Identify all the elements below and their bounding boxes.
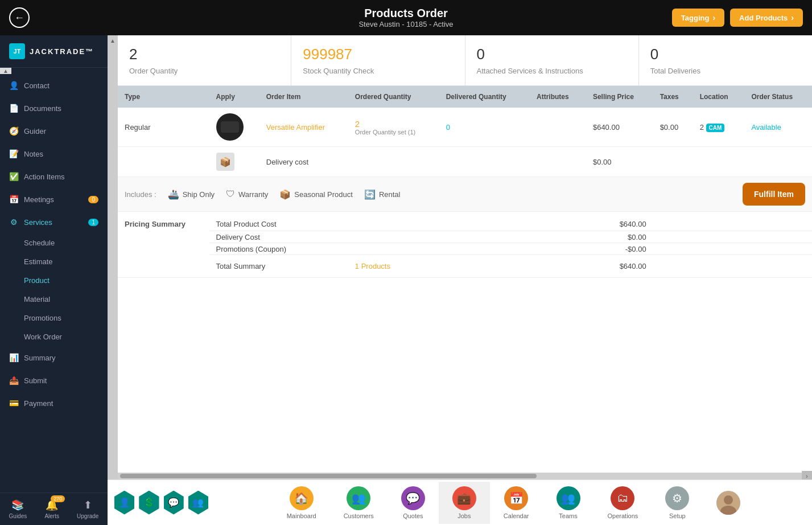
pricing-promotions-row: Promotions (Coupon) -$0.00 bbox=[118, 243, 812, 255]
alerts-badge: 270 bbox=[51, 495, 65, 502]
user-avatar bbox=[716, 491, 740, 515]
nav-user-avatar[interactable] bbox=[703, 486, 754, 519]
pricing-total-cost-label: Total Product Cost bbox=[209, 212, 348, 231]
table-header-row: Type Apply Order Item Ordered Quantity D… bbox=[118, 86, 812, 108]
product-image-inner bbox=[221, 121, 239, 133]
nav-operations[interactable]: 🗂 Operations bbox=[594, 482, 652, 524]
sidebar-item-summary[interactable]: 📊 Summary bbox=[0, 346, 108, 369]
contact-icon: 👤 bbox=[9, 81, 18, 90]
sidebar-item-documents[interactable]: 📄 Documents bbox=[0, 97, 108, 120]
nav-jobs[interactable]: 💼 Jobs bbox=[439, 482, 490, 524]
scroll-right-arrow[interactable]: › bbox=[802, 471, 812, 479]
header-buttons: Tagging › Add Products › bbox=[672, 9, 803, 27]
nav-customers[interactable]: 👥 Customers bbox=[330, 482, 388, 524]
delivery-ordered-qty bbox=[348, 147, 439, 177]
row-status: Available bbox=[744, 108, 812, 147]
sidebar-label-payment: Payment bbox=[24, 399, 53, 408]
sidebar-bottom-guides[interactable]: 📚 Guides bbox=[9, 499, 27, 519]
includes-warranty: 🛡 Warranty bbox=[226, 189, 268, 199]
nav-calendar[interactable]: 📅 Calendar bbox=[490, 482, 543, 524]
sidebar-item-action-items[interactable]: ✅ Action Items bbox=[0, 165, 108, 188]
sidebar-item-meetings[interactable]: 📅 Meetings 0 bbox=[0, 188, 108, 211]
sidebar-scroll-indicator[interactable]: ▲ bbox=[108, 35, 118, 479]
payment-icon: 💳 bbox=[9, 399, 18, 408]
sidebar-item-contact[interactable]: 👤 Contact bbox=[0, 74, 108, 97]
includes-rental: 🔄 Rental bbox=[364, 189, 401, 200]
setup-label: Setup bbox=[669, 512, 686, 519]
row-type: Regular bbox=[118, 108, 209, 147]
sidebar-bottom-alerts[interactable]: 🔔 270 Alerts bbox=[44, 499, 59, 519]
hex-chat-icon[interactable]: 💬 bbox=[164, 491, 184, 515]
sidebar-sub-work-order[interactable]: Work Order bbox=[24, 327, 108, 346]
calendar-label: Calendar bbox=[504, 512, 529, 519]
seasonal-label: Seasonal Product bbox=[294, 190, 353, 199]
avatar-image bbox=[716, 491, 740, 515]
col-delivered-qty: Delivered Quantity bbox=[439, 86, 530, 108]
delivery-attributes bbox=[530, 147, 586, 177]
sidebar-item-payment[interactable]: 💳 Payment bbox=[0, 392, 108, 415]
stat-attached-services: 0 Attached Services & Instructions bbox=[465, 35, 639, 85]
delivered-qty-number: 0 bbox=[446, 123, 450, 132]
bottom-left-icons: 👤 💲 💬 👥 bbox=[108, 479, 215, 525]
submit-icon: 📤 bbox=[9, 376, 18, 385]
hex-person-icon[interactable]: 👤 bbox=[114, 491, 134, 515]
nav-mainboard[interactable]: 🏠 Mainboard bbox=[273, 482, 330, 524]
sidebar-sub-estimate[interactable]: Estimate bbox=[24, 252, 108, 271]
sidebar-sub-promotions[interactable]: Promotions bbox=[24, 309, 108, 327]
add-products-button[interactable]: Add Products › bbox=[730, 9, 803, 27]
sidebar-sub-material[interactable]: Material bbox=[24, 290, 108, 309]
meetings-icon: 📅 bbox=[9, 195, 18, 204]
teams-icon: 👥 bbox=[557, 486, 580, 510]
sidebar-bottom: 📚 Guides 🔔 270 Alerts ⬆ Upgrade bbox=[0, 493, 108, 525]
sidebar-item-submit[interactable]: 📤 Submit bbox=[0, 369, 108, 392]
sidebar-label-services: Services bbox=[24, 218, 52, 227]
documents-icon: 📄 bbox=[9, 104, 18, 113]
pricing-promotions-value: -$0.00 bbox=[348, 243, 653, 255]
tagging-button[interactable]: Tagging › bbox=[672, 9, 724, 27]
sidebar-item-guider[interactable]: 🧭 Guider bbox=[0, 120, 108, 142]
main-content: 2 Order Quantity 999987 Stock Quantity C… bbox=[118, 35, 812, 479]
includes-seasonal: 📦 Seasonal Product bbox=[279, 189, 353, 200]
col-location: Location bbox=[693, 86, 745, 108]
rental-icon: 🔄 bbox=[364, 189, 376, 200]
hex-dollar-icon[interactable]: 💲 bbox=[139, 491, 159, 515]
hex-group-icon[interactable]: 👥 bbox=[188, 491, 208, 515]
delivery-taxes bbox=[653, 147, 693, 177]
nav-teams[interactable]: 👥 Teams bbox=[543, 482, 594, 524]
nav-setup[interactable]: ⚙ Setup bbox=[652, 482, 703, 524]
horizontal-scrollbar[interactable]: › bbox=[118, 473, 812, 479]
sidebar-logo: JT JACKTRADE™ bbox=[0, 35, 108, 68]
sidebar-scroll-up[interactable]: ▲ bbox=[0, 68, 11, 74]
guides-label: Guides bbox=[9, 513, 27, 519]
sidebar-bottom-upgrade[interactable]: ⬆ Upgrade bbox=[77, 499, 98, 519]
scrollbar-thumb[interactable] bbox=[120, 474, 537, 478]
includes-ship-only: 🚢 Ship Only bbox=[168, 189, 215, 200]
delivery-price: $0.00 bbox=[586, 147, 653, 177]
row-item-name[interactable]: Versatile Amplifier bbox=[259, 108, 348, 147]
svg-point-1 bbox=[724, 495, 733, 505]
header-title-block: Products Order Steve Austin - 10185 - Ac… bbox=[358, 7, 453, 28]
includes-row: Includes : 🚢 Ship Only 🛡 Warranty bbox=[118, 177, 812, 212]
delivery-item: Delivery cost bbox=[259, 147, 348, 177]
fulfill-item-button[interactable]: Fulfill Item bbox=[743, 183, 805, 206]
sidebar-label-summary: Summary bbox=[24, 354, 56, 362]
sidebar-sub-product[interactable]: Product bbox=[24, 271, 108, 290]
row-ordered-qty: 2 Order Quantity set (1) bbox=[348, 108, 439, 147]
stat-stock-qty: 999987 Stock Quantity Check bbox=[291, 35, 465, 85]
action-items-icon: ✅ bbox=[9, 172, 18, 181]
page-subtitle: Steve Austin - 10185 - Active bbox=[358, 20, 453, 28]
sidebar-sub-schedule[interactable]: Schedule bbox=[24, 233, 108, 252]
pricing-promotions-label: Promotions (Coupon) bbox=[209, 243, 348, 255]
warranty-icon: 🛡 bbox=[226, 189, 235, 199]
guides-icon: 📚 bbox=[11, 499, 24, 511]
col-selling-price: Selling Price bbox=[586, 86, 653, 108]
nav-quotes[interactable]: 💬 Quotes bbox=[388, 482, 439, 524]
sidebar-sub-menu: Schedule Estimate Product Material Promo… bbox=[0, 233, 108, 346]
product-name-link[interactable]: Versatile Amplifier bbox=[266, 123, 325, 132]
back-button[interactable]: ← bbox=[9, 7, 30, 28]
location-badge: CAM bbox=[706, 124, 725, 132]
sidebar-item-notes[interactable]: 📝 Notes bbox=[0, 142, 108, 165]
pricing-total-value: $640.00 bbox=[530, 255, 653, 278]
sidebar-item-services[interactable]: ⚙ Services 1 bbox=[0, 211, 108, 233]
pricing-header-row: Pricing Summary Total Product Cost $640.… bbox=[118, 212, 812, 231]
